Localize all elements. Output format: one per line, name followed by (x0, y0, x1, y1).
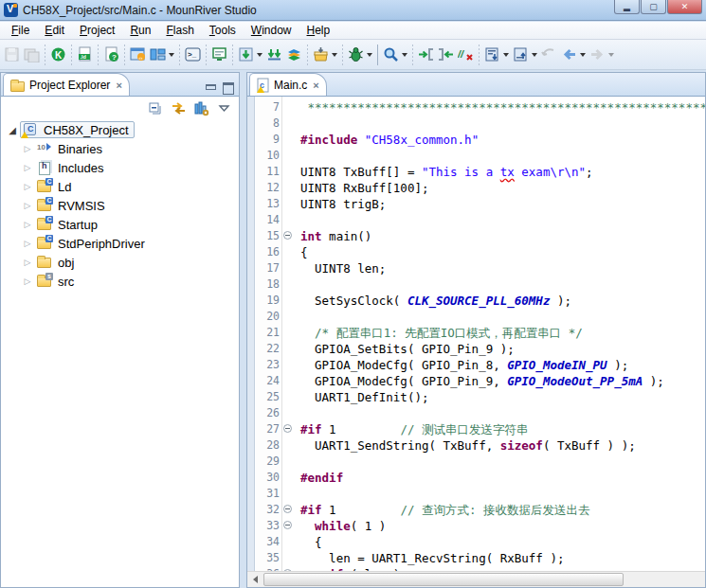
line-number[interactable]: 34 (256, 534, 280, 550)
k-circle-button[interactable]: K (48, 44, 68, 66)
tree-item-rvmsis[interactable]: ▷CRVMSIS (1, 196, 239, 215)
save-button[interactable] (2, 44, 22, 66)
line-number[interactable]: 29 (256, 454, 280, 470)
scroll-left-icon[interactable] (247, 572, 263, 587)
chevron-down-icon[interactable] (402, 53, 407, 57)
code-lines[interactable]: 7 **************************************… (256, 97, 705, 571)
back-button[interactable] (559, 44, 588, 66)
line-number[interactable]: 16 (256, 244, 280, 260)
fold-collapse-icon[interactable] (283, 505, 292, 513)
tree-item-obj[interactable]: ▷obj (1, 253, 239, 272)
scrollbar-thumb[interactable] (263, 573, 624, 586)
tree-item-ch58x_project[interactable]: ◢CH58X_Project (1, 120, 239, 139)
fold-collapse-icon[interactable] (283, 424, 292, 433)
serial-monitor-button[interactable] (209, 44, 229, 66)
chevron-down-icon[interactable] (532, 53, 537, 57)
code-area[interactable]: 7 **************************************… (247, 97, 705, 571)
code-line-31[interactable]: 31 (256, 486, 705, 502)
debug-button[interactable] (346, 44, 374, 66)
line-number[interactable]: 35 (256, 550, 280, 566)
tree-item-startup[interactable]: ▷CStartup (1, 215, 239, 234)
save-all-button[interactable] (22, 44, 42, 66)
tree-item-includes[interactable]: ▷Includes (1, 158, 239, 177)
expand-arrow-icon[interactable]: ▷ (20, 276, 35, 286)
customize-view-icon[interactable] (193, 100, 208, 116)
menu-run[interactable]: Run (122, 22, 158, 39)
line-number[interactable]: 11 (256, 164, 280, 180)
line-number[interactable]: 33 (256, 518, 280, 534)
tab-main-c[interactable]: c Main.c × (249, 73, 327, 96)
link-with-editor-icon[interactable] (171, 100, 186, 116)
line-number[interactable]: 14 (256, 212, 280, 228)
shift-left-button[interactable] (436, 44, 456, 66)
minimize-view-icon[interactable] (205, 82, 216, 92)
code-line-22[interactable]: 22 GPIOA_SetBits( GPIO_Pin_9 ); (256, 341, 705, 357)
prev-annotation-button[interactable] (511, 44, 539, 66)
code-line-17[interactable]: 17 UINT8 len; (256, 260, 705, 276)
line-number[interactable]: 7 (256, 99, 280, 116)
line-number[interactable]: 8 (256, 116, 280, 132)
fold-collapse-icon[interactable] (283, 231, 292, 240)
line-number[interactable]: 30 (256, 470, 280, 486)
code-line-12[interactable]: 12UINT8 RxBuff[100]; (256, 180, 705, 196)
line-number[interactable]: 24 (256, 373, 280, 389)
line-number[interactable]: 20 (256, 309, 280, 325)
code-line-27[interactable]: 27#if 1 // 测试串口发送字符串 (256, 421, 705, 437)
menu-help[interactable]: Help (299, 22, 338, 39)
doc-help-button[interactable]: ? (101, 44, 121, 66)
menu-tools[interactable]: Tools (202, 22, 244, 39)
last-edit-button[interactable] (539, 44, 559, 66)
fold-collapse-icon[interactable] (283, 521, 292, 529)
code-line-11[interactable]: 11UINT8 TxBuff[] = "This is a tx exam\r\… (256, 164, 705, 180)
chevron-down-icon[interactable] (257, 53, 262, 57)
code-line-13[interactable]: 13UINT8 trigB; (256, 196, 705, 212)
expand-arrow-icon[interactable]: ▷ (20, 258, 35, 267)
menu-edit[interactable]: Edit (37, 22, 72, 39)
view-menu-icon[interactable] (216, 100, 231, 116)
line-number[interactable]: 19 (256, 293, 280, 309)
line-number[interactable]: 21 (256, 325, 280, 341)
code-line-9[interactable]: 9#include "CH58x_common.h" (256, 132, 705, 148)
collapse-all-icon[interactable] (148, 100, 163, 116)
menu-window[interactable]: Window (244, 22, 299, 39)
line-number[interactable]: 27 (256, 421, 280, 437)
maximize-button[interactable]: ▢ (641, 0, 666, 14)
line-number[interactable]: 18 (256, 276, 280, 293)
chevron-down-icon[interactable] (580, 53, 586, 57)
line-number[interactable]: 15 (256, 228, 280, 244)
uncomment-button[interactable]: // (456, 44, 476, 66)
line-number[interactable]: 31 (256, 486, 280, 502)
code-line-16[interactable]: 16{ (256, 244, 705, 260)
collapse-arrow-icon[interactable]: ◢ (5, 125, 20, 135)
code-line-20[interactable]: 20 (256, 309, 705, 325)
terminal-button[interactable]: >_ (183, 44, 203, 66)
menu-flash[interactable]: Flash (158, 22, 201, 39)
next-annotation-button[interactable] (482, 44, 511, 66)
code-line-28[interactable]: 28 UART1_SendString( TxBuff, sizeof( TxB… (256, 437, 705, 454)
line-number[interactable]: 25 (256, 389, 280, 405)
code-window-button[interactable]: ‹› (128, 44, 148, 66)
shift-right-button[interactable] (416, 44, 436, 66)
code-line-19[interactable]: 19 SetSysClock( CLK_SOURCE_PLL_60MHz ); (256, 293, 705, 309)
search-button[interactable] (381, 44, 409, 66)
download-button[interactable] (236, 44, 264, 66)
code-line-30[interactable]: 30#endif (256, 470, 705, 486)
perspective-grid-button[interactable] (148, 44, 176, 66)
update-arrows-button[interactable] (264, 44, 284, 66)
tree-item-binaries[interactable]: ▷Binaries (1, 139, 239, 158)
code-line-8[interactable]: 8 (256, 116, 705, 132)
line-number[interactable]: 17 (256, 260, 280, 276)
tree-item-src[interactable]: ▷ssrc (1, 272, 239, 291)
expand-arrow-icon[interactable]: ▷ (20, 201, 35, 210)
chevron-down-icon[interactable] (169, 53, 174, 57)
horizontal-scrollbar[interactable] (247, 571, 705, 587)
code-line-15[interactable]: 15int main() (256, 228, 705, 244)
expand-arrow-icon[interactable]: ▷ (20, 163, 35, 172)
chevron-down-icon[interactable] (608, 53, 614, 57)
code-line-35[interactable]: 35 len = UART1_RecvString( RxBuff ); (256, 550, 705, 566)
minimize-button[interactable]: ▂ (614, 0, 640, 14)
tree-item-stdperiphdriver[interactable]: ▷CStdPeriphDriver (1, 234, 239, 253)
ld-file-button[interactable]: .ld (75, 44, 95, 66)
close-icon[interactable]: × (114, 80, 121, 91)
menu-project[interactable]: Project (72, 22, 122, 39)
